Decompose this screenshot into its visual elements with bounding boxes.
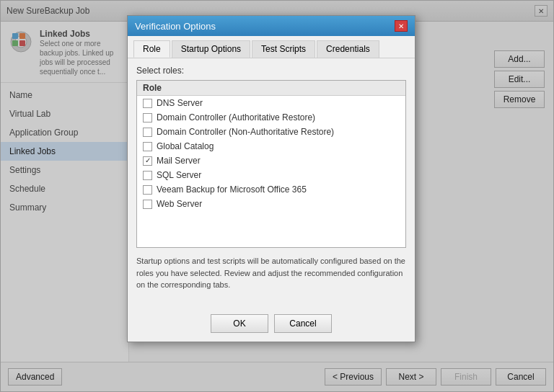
domain-controller-non-auth-checkbox[interactable] [143, 128, 152, 137]
mail-server-checkbox[interactable] [143, 156, 152, 166]
global-catalog-label: Global Catalog [157, 141, 214, 151]
domain-controller-non-auth-label: Domain Controller (Non-Authoritative Res… [157, 127, 334, 137]
dialog-footer: OK Cancel [128, 308, 415, 342]
dns-server-label: DNS Server [157, 98, 203, 108]
list-item[interactable]: Web Server [137, 197, 405, 211]
dialog-title-text: Verification Options [135, 21, 216, 32]
veeam-backup-checkbox[interactable] [143, 185, 152, 195]
tab-startup-options[interactable]: Startup Options [172, 40, 250, 58]
dialog-close-button[interactable]: ✕ [395, 20, 408, 32]
domain-controller-auth-label: Domain Controller (Authoritative Restore… [157, 112, 315, 122]
dialog-body: Select roles: Role DNS Server Domain Con… [128, 58, 415, 308]
tab-test-scripts[interactable]: Test Scripts [252, 40, 315, 58]
tab-credentials[interactable]: Credentials [317, 40, 379, 58]
list-item[interactable]: DNS Server [137, 96, 405, 110]
list-item[interactable]: Mail Server [137, 153, 405, 168]
dns-server-checkbox[interactable] [143, 99, 152, 108]
dialog-ok-button[interactable]: OK [211, 314, 268, 333]
list-item[interactable]: Domain Controller (Authoritative Restore… [137, 110, 405, 125]
domain-controller-auth-checkbox[interactable] [143, 113, 152, 122]
sql-server-label: SQL Server [157, 170, 201, 180]
sql-server-checkbox[interactable] [143, 171, 152, 180]
dialog-cancel-button[interactable]: Cancel [274, 314, 332, 333]
verification-options-dialog: Verification Options ✕ Role Startup Opti… [127, 15, 416, 342]
select-roles-label: Select roles: [136, 66, 406, 76]
global-catalog-checkbox[interactable] [143, 142, 152, 151]
list-item[interactable]: SQL Server [137, 168, 405, 182]
info-text: Startup options and test scripts will be… [136, 255, 406, 291]
roles-list: Role DNS Server Domain Controller (Autho… [136, 80, 406, 248]
tab-role[interactable]: Role [133, 40, 170, 58]
roles-header: Role [137, 81, 405, 96]
dialog-title-bar: Verification Options ✕ [128, 16, 415, 36]
main-window: New SureBackup Job ✕ [0, 0, 554, 392]
list-item[interactable]: Global Catalog [137, 139, 405, 153]
web-server-checkbox[interactable] [143, 200, 152, 209]
list-item[interactable]: Domain Controller (Non-Authoritative Res… [137, 125, 405, 139]
web-server-label: Web Server [157, 199, 202, 209]
mail-server-label: Mail Server [157, 156, 201, 166]
list-item[interactable]: Veeam Backup for Microsoft Office 365 [137, 182, 405, 197]
dialog-tabs: Role Startup Options Test Scripts Creden… [128, 36, 415, 58]
veeam-backup-label: Veeam Backup for Microsoft Office 365 [157, 184, 307, 195]
